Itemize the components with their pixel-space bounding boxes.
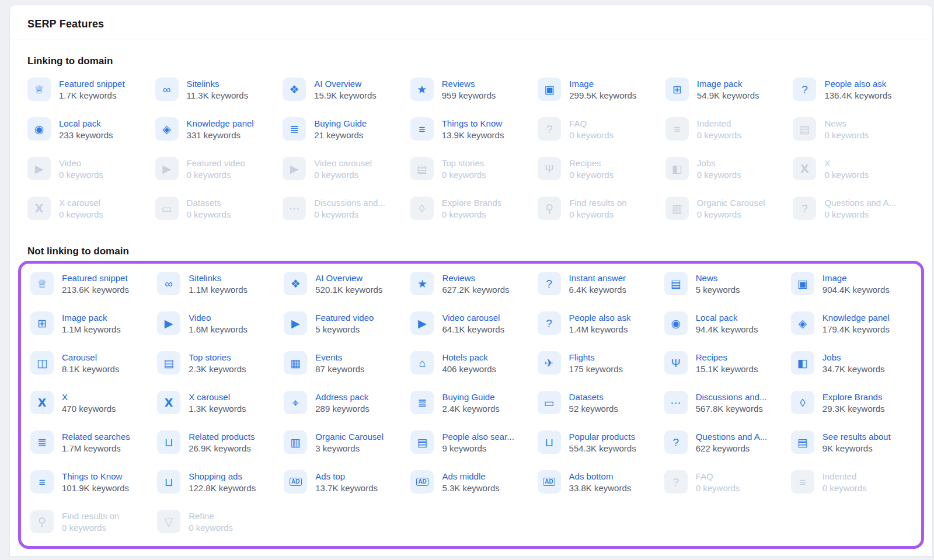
image-icon: ▣	[538, 78, 561, 101]
feature-label: Flights	[569, 352, 623, 363]
feature-tile-ads-bottom[interactable]: ADAds bottom33.8K keywords	[538, 470, 658, 496]
feature-tile-image-pack[interactable]: ⊞Image pack1.1M keywords	[30, 312, 151, 337]
feature-label: X	[62, 391, 116, 403]
feature-tile-explore-brands[interactable]: ◊Explore Brands29.3K keywords	[791, 391, 912, 416]
feature-tile-sitelinks[interactable]: ∞Sitelinks1.1M keywords	[157, 272, 278, 298]
feature-tile-people-also-ask[interactable]: ?People also ask1.4M keywords	[538, 312, 658, 337]
feature-tile-news[interactable]: ▤News5 keywords	[664, 272, 785, 298]
datasets-icon: ▭	[155, 197, 179, 220]
feature-tile-discussions-and-forums[interactable]: ⋯Discussions and...567.8K keywords	[664, 391, 785, 416]
feature-count: 1.3K keywords	[189, 403, 246, 415]
feature-tile-related-searches[interactable]: ≣Related searches1.7M keywords	[30, 430, 151, 456]
feature-tile-things-to-know[interactable]: ≡Things to Know101.9K keywords	[30, 470, 151, 496]
feature-label: Reviews	[442, 272, 509, 284]
feature-tile-people-also-search-for[interactable]: ▤People also sear...9 keywords	[410, 430, 531, 456]
feature-tile-datasets[interactable]: ▭Datasets52 keywords	[538, 391, 658, 416]
feature-tile-ads-top[interactable]: ADAds top13.7K keywords	[284, 470, 405, 496]
feature-tile-x: XX0 keywords	[793, 157, 915, 183]
feature-tile-instant-answer[interactable]: ?Instant answer6.4K keywords	[538, 272, 658, 298]
feature-text: X0 keywords	[824, 157, 869, 181]
feature-count: 0 keywords	[187, 209, 231, 220]
feature-tile-flights[interactable]: ✈Flights175 keywords	[538, 351, 658, 377]
feature-text: FAQ0 keywords	[696, 470, 740, 494]
feature-tile-featured-snippet[interactable]: ♕Featured snippet213.6K keywords	[30, 272, 151, 298]
feature-count: 8.1K keywords	[62, 363, 119, 375]
feature-tile-buying-guide[interactable]: ≣Buying Guide2.4K keywords	[410, 391, 531, 416]
feature-tile-people-also-ask[interactable]: ?People also ask136.4K keywords	[793, 78, 915, 103]
feature-tile-reviews[interactable]: ★Reviews959 keywords	[410, 78, 532, 103]
feature-tile-things-to-know[interactable]: ≡Things to Know13.9K keywords	[410, 117, 532, 143]
feature-tile-jobs[interactable]: ◧Jobs34.7K keywords	[791, 351, 912, 377]
feature-tile-knowledge-panel[interactable]: ◈Knowledge panel331 keywords	[155, 117, 277, 143]
feature-tile-video[interactable]: ▶Video1.6M keywords	[157, 312, 278, 337]
news-icon: ▤	[664, 272, 688, 295]
feature-tile-datasets: ▭Datasets0 keywords	[155, 197, 277, 222]
feature-tile-featured-snippet[interactable]: ♕Featured snippet1.7K keywords	[27, 78, 149, 103]
jobs-icon: ◧	[665, 157, 689, 180]
feature-text: Related searches1.7M keywords	[62, 430, 130, 454]
feature-count: 567.8K keywords	[696, 403, 767, 415]
feature-count: 1.7K keywords	[59, 90, 125, 102]
feature-tile-recipes[interactable]: ΨRecipes15.1K keywords	[664, 351, 785, 377]
feature-tile-questions-and-answers[interactable]: ?Questions and A...622 keywords	[664, 430, 785, 456]
feature-label: Featured snippet	[62, 272, 129, 284]
feature-label: Reviews	[442, 78, 496, 90]
feature-text: Address pack289 keywords	[315, 391, 370, 415]
feature-label: Ads middle	[442, 471, 499, 482]
feature-count: 0 keywords	[62, 522, 119, 534]
feature-text: Image pack54.9K keywords	[697, 78, 759, 102]
ai-overview-icon: ❖	[284, 272, 307, 295]
feature-count: 0 keywords	[696, 482, 740, 494]
feature-tile-local-pack[interactable]: ◉Local pack94.4K keywords	[664, 312, 785, 337]
feature-tile-image[interactable]: ▣Image299.5K keywords	[538, 78, 660, 103]
feature-count: 1.1M keywords	[62, 324, 121, 335]
feature-label: Buying Guide	[442, 391, 499, 403]
feature-tile-image-pack[interactable]: ⊞Image pack54.9K keywords	[665, 78, 787, 103]
video-icon: ▶	[27, 157, 51, 180]
feature-text: Questions and A...622 keywords	[696, 430, 768, 454]
feature-tile-ads-middle[interactable]: ADAds middle5.3K keywords	[410, 470, 531, 496]
feature-label: Sitelinks	[189, 272, 248, 284]
feature-text: Ads bottom33.8K keywords	[569, 470, 632, 494]
feature-text: Datasets0 keywords	[187, 197, 231, 220]
feature-count: 0 keywords	[59, 169, 103, 181]
feature-tile-shopping-ads[interactable]: ⊔Shopping ads122.8K keywords	[157, 470, 278, 496]
feature-tile-organic-carousel[interactable]: ▥Organic Carousel3 keywords	[284, 430, 405, 456]
feature-tile-x-carousel[interactable]: XX carousel1.3K keywords	[157, 391, 278, 416]
questions-and-answers-icon: ?	[664, 430, 688, 454]
feature-tile-ai-overview[interactable]: ❖AI Overview15.9K keywords	[283, 78, 405, 103]
feature-label: People also ask	[824, 78, 891, 90]
feature-label: Featured snippet	[59, 78, 125, 90]
feature-tile-x[interactable]: XX470 keywords	[30, 391, 151, 416]
feature-tile-top-stories[interactable]: ▤Top stories2.3K keywords	[157, 351, 278, 377]
feature-tile-video-carousel[interactable]: ▶Video carousel64.1K keywords	[410, 312, 531, 337]
feature-count: 3 keywords	[315, 443, 384, 454]
feature-tile-ai-overview[interactable]: ❖AI Overview520.1K keywords	[284, 272, 405, 298]
feature-count: 1.6M keywords	[189, 324, 248, 335]
feature-tile-carousel[interactable]: ◫Carousel8.1K keywords	[30, 351, 151, 377]
feature-tile-reviews[interactable]: ★Reviews627.2K keywords	[410, 272, 531, 298]
feature-tile-image[interactable]: ▣Image904.4K keywords	[791, 272, 912, 298]
feature-tile-hotels-pack[interactable]: ⌂Hotels pack406 keywords	[410, 351, 531, 377]
feature-tile-featured-video[interactable]: ▶Featured video5 keywords	[284, 312, 405, 337]
feature-text: Discussions and...567.8K keywords	[696, 391, 767, 415]
feature-count: 5.3K keywords	[442, 482, 499, 494]
feature-tile-buying-guide[interactable]: ≣Buying Guide21 keywords	[283, 117, 405, 143]
things-to-know-icon: ≡	[30, 470, 54, 494]
feature-label: Hotels pack	[442, 352, 496, 363]
feature-tile-local-pack[interactable]: ◉Local pack233 keywords	[27, 117, 149, 143]
feature-tile-knowledge-panel[interactable]: ◈Knowledge panel179.4K keywords	[791, 312, 912, 337]
feature-tile-see-results-about[interactable]: ▤See results about9K keywords	[791, 430, 912, 456]
feature-tile-questions-and-answers: ?Questions and A...0 keywords	[793, 197, 915, 222]
feature-tile-indented: ≡Indented0 keywords	[665, 117, 787, 143]
feature-label: Indented	[697, 118, 741, 130]
feature-count: 9K keywords	[823, 443, 891, 454]
feature-grid: ♕Featured snippet1.7K keywords∞Sitelinks…	[10, 71, 932, 230]
feature-tile-sitelinks[interactable]: ∞Sitelinks11.3K keywords	[155, 78, 277, 103]
feature-tile-address-pack[interactable]: ⌖Address pack289 keywords	[284, 391, 405, 416]
feature-tile-popular-products[interactable]: ⊔Popular products554.3K keywords	[538, 430, 658, 456]
feature-tile-related-products[interactable]: ⊔Related products26.9K keywords	[157, 430, 278, 456]
feature-tile-events[interactable]: ▦Events87 keywords	[284, 351, 405, 377]
feature-text: Image904.4K keywords	[823, 272, 890, 296]
feature-tile-find-results-on: ⚲Find results on0 keywords	[538, 197, 660, 222]
